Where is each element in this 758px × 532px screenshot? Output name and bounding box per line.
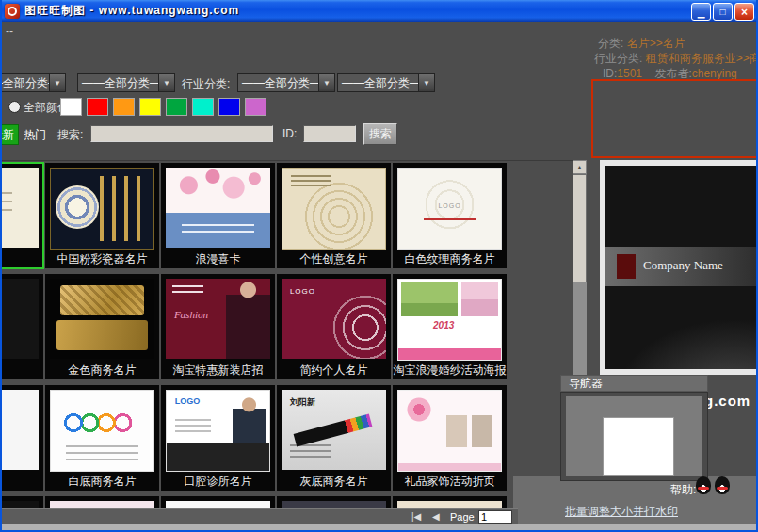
company-logo-square [617, 254, 636, 279]
page-number-input[interactable] [478, 510, 512, 524]
first-page-button[interactable]: |◀ [411, 511, 421, 522]
color-swatch[interactable] [60, 98, 82, 116]
template-card-label: 简约个人名片 [277, 362, 391, 379]
card-preview: Company Name [600, 160, 758, 375]
industry-info-line: 行业分类: 租赁和商务服务业>>商 [594, 51, 758, 67]
template-card-label: 白色纹理商务名片 [393, 250, 507, 268]
template-card-label: 淘宝特惠新装店招 [161, 362, 275, 379]
industry-label: 行业分类: [594, 52, 642, 65]
template-card[interactable]: 中国粉彩瓷器名片 [45, 163, 159, 268]
navigator-viewport[interactable] [603, 417, 674, 476]
hot-button[interactable]: 热门 [24, 127, 46, 143]
template-card-label: 口腔诊所名片 [161, 473, 275, 491]
main-content: -- 分类: 名片>>名片 行业分类: 租赁和商务服务业>>商 ID:1501 … [0, 22, 758, 532]
industry-filter-label: 行业分类: [182, 76, 230, 92]
maximize-button[interactable]: □ [713, 3, 733, 21]
close-button[interactable]: × [734, 3, 754, 21]
category-label: 分类: [598, 37, 623, 50]
template-card[interactable]: LOGO 简约个人名片 [277, 274, 391, 379]
category-dropdown-1[interactable]: —全部分类— ▼ [0, 73, 66, 92]
id-filter-label: ID: [282, 127, 297, 140]
help-label: 帮助: [670, 482, 696, 498]
chevron-down-icon[interactable]: ▼ [49, 74, 65, 91]
color-filter-row [60, 98, 266, 116]
color-swatch[interactable] [218, 98, 240, 116]
navigator-canvas [566, 396, 702, 476]
template-card[interactable] [161, 496, 275, 509]
template-card[interactable]: 名片 [0, 274, 43, 379]
template-card[interactable]: Fashion 淘宝特惠新装店招 [161, 274, 275, 379]
bottom-scrollbar-strip[interactable] [0, 524, 758, 532]
template-card[interactable]: LOGO 白色纹理商务名片 [393, 163, 507, 268]
publisher-value: chenying [692, 67, 737, 80]
highlight-red-box [591, 79, 758, 158]
scroll-up-button[interactable]: ▲ [573, 160, 587, 174]
template-thumbnail [50, 168, 154, 250]
prev-page-button[interactable]: ◀ [432, 511, 440, 522]
template-thumbnail [0, 390, 39, 470]
thumbnail-micro-text: LOGO [438, 202, 460, 209]
color-swatch[interactable] [192, 98, 214, 116]
template-thumbnail [397, 390, 502, 472]
template-card[interactable]: 片 [0, 163, 43, 268]
template-card[interactable] [0, 496, 43, 509]
window-title: 图旺旺制图 - www.tuwangwang.com [24, 3, 239, 19]
template-card[interactable]: LOGO 口腔诊所名片 [161, 385, 275, 491]
template-card-label: 片 [0, 473, 43, 491]
batch-resize-link[interactable]: 批量调整大小并打水印 [565, 504, 678, 520]
qq-icon[interactable] [715, 476, 730, 494]
template-card[interactable] [45, 496, 159, 509]
template-card[interactable]: 2013 淘宝浪漫婚纱活动海报 [393, 274, 507, 379]
publisher-label: 发布者: [654, 67, 691, 80]
color-swatch[interactable] [87, 98, 108, 116]
minimize-button[interactable]: ▁ [691, 3, 711, 21]
category-value: 名片>>名片 [627, 37, 685, 50]
chevron-down-icon[interactable]: ▼ [318, 74, 334, 91]
color-swatch[interactable] [245, 98, 266, 116]
template-card[interactable]: 刘阳新 灰底商务名片 [277, 385, 391, 491]
thumbnail-micro-text: 2013 [433, 320, 454, 330]
template-card[interactable]: 金色商务名片 [45, 274, 159, 379]
template-card[interactable]: 浪漫喜卡 [161, 163, 275, 268]
template-card[interactable]: 个性创意名片 [277, 163, 391, 268]
navigator-header[interactable]: 导航器 [560, 375, 708, 392]
newest-button[interactable]: 最新 [0, 124, 19, 145]
template-card-label: 金色商务名片 [45, 362, 159, 379]
template-card[interactable] [393, 496, 507, 509]
template-thumbnail [282, 168, 386, 250]
template-card[interactable] [277, 496, 391, 509]
template-card-label: 中国粉彩瓷器名片 [45, 250, 159, 268]
category-dropdown-2[interactable]: ——全部分类—— ▼ [77, 73, 175, 92]
template-card-label: 片 [0, 250, 43, 268]
category-dropdown-2-value: ——全部分类—— [78, 75, 158, 91]
all-colors-radio[interactable] [8, 101, 21, 113]
template-card-label: 白底商务名片 [45, 473, 159, 491]
industry-dropdown-1-value: ——全部分类—— [238, 75, 318, 91]
id-input[interactable] [303, 125, 356, 142]
color-swatch[interactable] [139, 98, 161, 116]
industry-dropdown-1[interactable]: ——全部分类—— ▼ [237, 73, 335, 92]
app-icon [5, 4, 20, 19]
color-swatch[interactable] [113, 98, 135, 116]
industry-dropdown-2[interactable]: ——全部分类—— ▼ [337, 73, 435, 92]
qq-icon[interactable] [696, 476, 711, 494]
template-thumbnail [0, 279, 39, 359]
chevron-down-icon[interactable]: ▼ [158, 74, 174, 91]
template-thumbnail [166, 168, 270, 248]
scrollbar-thumb[interactable] [573, 174, 587, 282]
title-bar[interactable]: 图旺旺制图 - www.tuwangwang.com ▁ □ × [0, 0, 758, 22]
template-card[interactable]: 片 [0, 385, 43, 491]
search-input[interactable] [90, 125, 273, 142]
template-card[interactable]: 白底商务名片 [45, 385, 159, 491]
thumbnail-micro-text: LOGO [290, 287, 315, 296]
template-card[interactable]: 礼品家饰活动折页 [393, 385, 507, 491]
search-button[interactable]: 搜索 [363, 123, 397, 145]
chevron-down-icon[interactable]: ▼ [418, 74, 434, 91]
id-value: 1501 [617, 67, 642, 80]
color-swatch[interactable] [166, 98, 187, 116]
template-card-label: 淘宝浪漫婚纱活动海报 [393, 362, 507, 379]
id-label: ID: [603, 67, 617, 80]
app-window: 图旺旺制图 - www.tuwangwang.com ▁ □ × -- 分类: … [0, 0, 758, 532]
template-thumbnail: 刘阳新 [282, 390, 386, 470]
template-thumbnail [0, 168, 39, 248]
